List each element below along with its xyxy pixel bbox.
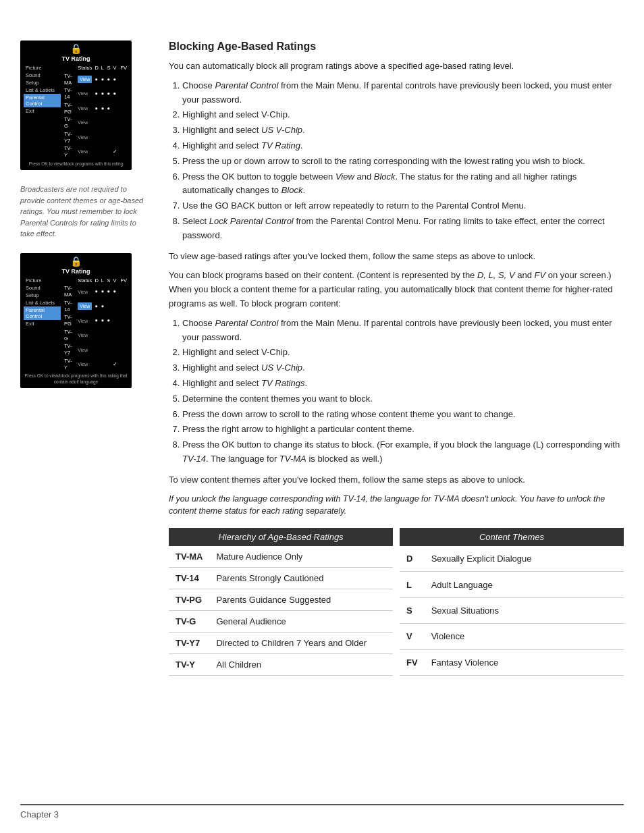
menu-exit: Exit bbox=[24, 107, 61, 115]
step1-4: Highlight and select TV Rating. bbox=[182, 139, 624, 153]
theme-desc: Sexual Situations bbox=[425, 597, 624, 623]
rating-desc: Parents Strongly Cautioned bbox=[209, 568, 393, 589]
step2-3: Highlight and select US V-Chip. bbox=[182, 361, 624, 375]
table-row: TV-PG Parents Guidance Suggested bbox=[169, 589, 393, 611]
menu-list-labels: List & Labels bbox=[24, 86, 61, 94]
table-row: TV-14 Parents Strongly Cautioned bbox=[169, 568, 393, 589]
rating-desc: General Audience bbox=[209, 611, 393, 633]
step1-6: Press the OK button to toggle between Vi… bbox=[182, 170, 624, 198]
theme-desc: Fantasy Violence bbox=[425, 649, 624, 675]
rating-code: TV-G bbox=[169, 611, 209, 633]
tv-rating-title-2: TV Rating bbox=[24, 268, 128, 275]
step1-7: Use the GO BACK button or left arrow rep… bbox=[182, 199, 624, 213]
step2-1: Choose Parental Control from the Main Me… bbox=[182, 317, 624, 345]
step2-2: Highlight and select V-Chip. bbox=[182, 346, 624, 360]
section2-steps: Choose Parental Control from the Main Me… bbox=[182, 317, 624, 466]
menu2-parental-control: Parental Control bbox=[24, 306, 61, 320]
tv-rating-footer-2: Press OK to view/block programs with thi… bbox=[24, 373, 128, 385]
theme-code: V bbox=[400, 624, 425, 649]
lock-icon-1: 🔒 bbox=[24, 43, 128, 54]
rating-code: TV-Y7 bbox=[169, 633, 209, 654]
age-ratings-header: Hierarchy of Age-Based Ratings bbox=[169, 528, 393, 546]
tv-rating-footer-1: Press OK to view/block programs with thi… bbox=[24, 161, 128, 167]
theme-code: FV bbox=[400, 649, 425, 675]
table-row: FV Fantasy Violence bbox=[400, 649, 624, 675]
page-footer: Chapter 3 bbox=[20, 804, 624, 819]
table-row: TV-MA Mature Audience Only bbox=[169, 546, 393, 568]
table-row: TV-G General Audience bbox=[169, 611, 393, 633]
step1-5: Press the up or down arrow to scroll to … bbox=[182, 155, 624, 169]
table-row: V Violence bbox=[400, 624, 624, 649]
menu2-list-labels: List & Labels bbox=[24, 299, 61, 306]
right-column: Blocking Age-Based Ratings You can autom… bbox=[155, 41, 624, 689]
tv-content-panel-2: Status DLSVFV TV-MA View ●●●● TV-14 View bbox=[61, 277, 128, 372]
tv-menu-items-2: Picture Sound Setup List & Labels Parent… bbox=[24, 277, 61, 372]
section1-steps: Choose Parental Control from the Main Me… bbox=[182, 79, 624, 243]
section1-intro: You can automatically block all program … bbox=[169, 59, 624, 74]
page-title: Blocking Age-Based Ratings bbox=[169, 41, 624, 53]
table-row: TV-Y7 Directed to Children 7 Years and O… bbox=[169, 633, 393, 654]
page: 🔒 TV Rating Picture Sound Setup List & L… bbox=[0, 0, 644, 833]
theme-code: L bbox=[400, 572, 425, 597]
chapter-label: Chapter 3 bbox=[20, 809, 59, 819]
table-row: L Adult Language bbox=[400, 572, 624, 597]
menu2-picture: Picture bbox=[24, 277, 61, 284]
tv-menu-1: Picture Sound Setup List & Labels Parent… bbox=[24, 64, 128, 159]
rating-desc: Parents Guidance Suggested bbox=[209, 589, 393, 611]
menu-picture: Picture bbox=[24, 64, 61, 72]
tv-rating-title-1: TV Rating bbox=[24, 55, 128, 62]
table-row: TV-Y All Children bbox=[169, 654, 393, 676]
table-row: S Sexual Situations bbox=[400, 597, 624, 623]
lock-icon-2: 🔒 bbox=[24, 256, 128, 267]
tv-rating-box-1: 🔒 TV Rating Picture Sound Setup List & L… bbox=[20, 41, 132, 170]
step1-3: Highlight and select US V-Chip. bbox=[182, 124, 624, 138]
menu-setup: Setup bbox=[24, 79, 61, 86]
content-themes-table: Content Themes D Sexually Explicit Dialo… bbox=[400, 528, 624, 676]
rating-desc: Mature Audience Only bbox=[209, 546, 393, 568]
tv-menu-2: Picture Sound Setup List & Labels Parent… bbox=[24, 277, 128, 372]
tv-rating-table-2: Status DLSVFV TV-MA View ●●●● TV-14 View bbox=[63, 277, 128, 372]
section2-intro: You can block programs based on their co… bbox=[169, 269, 624, 311]
sidebar-note: Broadcasters are not required to provide… bbox=[20, 184, 149, 240]
age-ratings-table: Hierarchy of Age-Based Ratings TV-MA Mat… bbox=[169, 528, 393, 676]
rating-code: TV-MA bbox=[169, 546, 209, 568]
table-row: D Sexually Explicit Dialogue bbox=[400, 546, 624, 572]
theme-code: S bbox=[400, 597, 425, 623]
left-column: 🔒 TV Rating Picture Sound Setup List & L… bbox=[20, 41, 155, 689]
section2-view-note: To view content themes after you've lock… bbox=[169, 473, 624, 487]
menu2-setup: Setup bbox=[24, 292, 61, 299]
theme-desc: Adult Language bbox=[425, 572, 624, 597]
section1-view-note: To view age-based ratings after you've l… bbox=[169, 250, 624, 264]
tv-rating-table-1: Status DLSVFV TV-MA View ●●●● TV-14 View bbox=[63, 64, 128, 159]
section2-italic-note: If you unlock the language corresponding… bbox=[169, 493, 624, 518]
tv-rating-box-2: 🔒 TV Rating Picture Sound Setup List & L… bbox=[20, 253, 132, 389]
step1-8: Select Lock Parental Control from the Pa… bbox=[182, 215, 624, 243]
theme-code: D bbox=[400, 546, 425, 572]
step2-4: Highlight and select TV Ratings. bbox=[182, 377, 624, 391]
rating-desc: Directed to Children 7 Years and Older bbox=[209, 633, 393, 654]
menu-sound: Sound bbox=[24, 72, 61, 79]
menu2-exit: Exit bbox=[24, 320, 61, 327]
step2-7: Press the right arrow to highlight a par… bbox=[182, 423, 624, 437]
step2-5: Determine the content themes you want to… bbox=[182, 392, 624, 406]
rating-code: TV-14 bbox=[169, 568, 209, 589]
rating-code: TV-Y bbox=[169, 654, 209, 676]
theme-desc: Sexually Explicit Dialogue bbox=[425, 546, 624, 572]
rating-code: TV-PG bbox=[169, 589, 209, 611]
rating-desc: All Children bbox=[209, 654, 393, 676]
step2-8: Press the OK button to change its status… bbox=[182, 438, 624, 466]
menu-parental-control: Parental Control bbox=[24, 94, 61, 107]
step2-6: Press the down arrow to scroll to the ra… bbox=[182, 408, 624, 422]
tv-menu-items-1: Picture Sound Setup List & Labels Parent… bbox=[24, 64, 61, 159]
content-themes-header: Content Themes bbox=[400, 528, 624, 546]
tables-container: Hierarchy of Age-Based Ratings TV-MA Mat… bbox=[169, 528, 624, 676]
theme-desc: Violence bbox=[425, 624, 624, 649]
tv-content-panel-1: Status DLSVFV TV-MA View ●●●● TV-14 View bbox=[61, 64, 128, 159]
step1-2: Highlight and select V-Chip. bbox=[182, 108, 624, 122]
menu2-sound: Sound bbox=[24, 284, 61, 292]
step1-1: Choose Parental Control from the Main Me… bbox=[182, 79, 624, 107]
